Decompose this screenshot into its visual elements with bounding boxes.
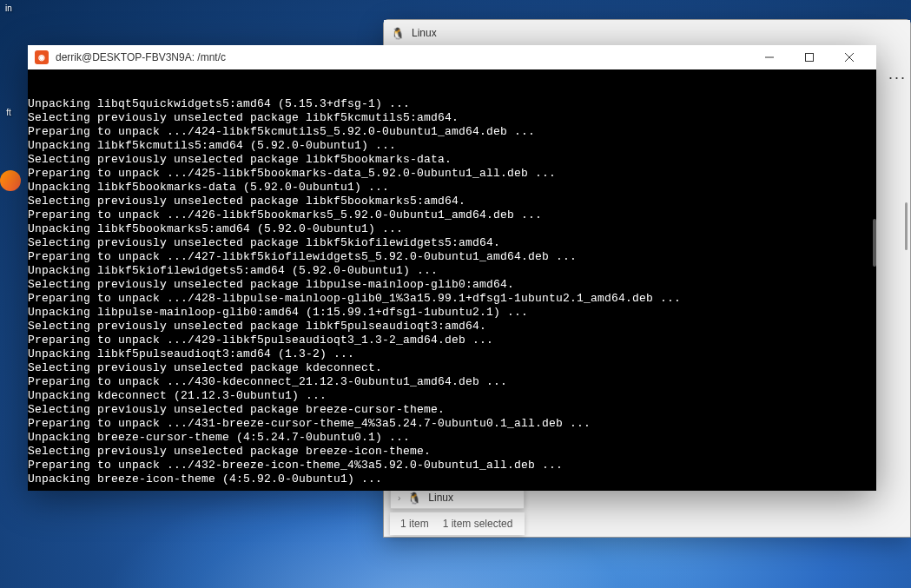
- terminal-output-line: Unpacking libkf5pulseaudioqt3:amd64 (1.3…: [28, 347, 876, 361]
- recycle-bin-label: in: [5, 3, 12, 13]
- desktop-icon-shortcut[interactable]: ft: [0, 108, 17, 117]
- terminal-output-line: Selecting previously unselected package …: [28, 403, 876, 417]
- status-selected-count: 1 item selected: [443, 518, 513, 530]
- linux-penguin-icon: 🐧: [407, 491, 421, 505]
- terminal-output-line: Selecting previously unselected package …: [28, 278, 876, 292]
- terminal-output-line: Selecting previously unselected package …: [28, 361, 876, 375]
- explorer-statusbar: 1 item 1 item selected: [390, 512, 525, 535]
- terminal-body[interactable]: Unpacking libqt5quickwidgets5:amd64 (5.1…: [28, 69, 876, 491]
- terminal-output-line: Preparing to unpack .../427-libkf5kiofil…: [28, 250, 876, 264]
- maximize-icon: [805, 53, 814, 62]
- terminal-title-text: derrik@DESKTOP-FBV3N9A: /mnt/c: [56, 51, 749, 63]
- terminal-output-line: Preparing to unpack .../430-kdeconnect_2…: [28, 375, 876, 389]
- terminal-output-line: Selecting previously unselected package …: [28, 445, 876, 459]
- terminal-output-line: Preparing to unpack .../431-breeze-curso…: [28, 417, 876, 431]
- terminal-output-line: Unpacking libkf5bookmarks5:amd64 (5.92.0…: [28, 222, 876, 236]
- shortcut-label: ft: [6, 108, 11, 117]
- terminal-output-line: Unpacking breeze-cursor-theme (4:5.24.7-…: [28, 431, 876, 445]
- explorer-more-menu[interactable]: ···: [888, 69, 907, 87]
- explorer-title-text: Linux: [412, 27, 437, 39]
- desktop-icon-recycle-bin[interactable]: in: [0, 3, 17, 13]
- terminal-output-line: Selecting previously unselected package …: [28, 111, 876, 125]
- close-button[interactable]: [829, 45, 869, 69]
- desktop-icon-firefox[interactable]: [0, 170, 17, 194]
- terminal-output-line: Unpacking libkf5kiofilewidgets5:amd64 (5…: [28, 264, 876, 278]
- chevron-right-icon: ›: [398, 493, 400, 503]
- svg-rect-1: [806, 54, 814, 62]
- terminal-output-line: Unpacking kdeconnect (21.12.3-0ubuntu1) …: [28, 389, 876, 403]
- minimize-icon: [765, 53, 774, 62]
- linux-penguin-icon: 🐧: [391, 26, 405, 40]
- explorer-titlebar[interactable]: 🐧 Linux: [384, 20, 910, 46]
- firefox-icon: [0, 170, 21, 191]
- terminal-titlebar[interactable]: ◉ derrik@DESKTOP-FBV3N9A: /mnt/c: [28, 45, 876, 69]
- terminal-output-line: Preparing to unpack .../432-breeze-icon-…: [28, 459, 876, 472]
- terminal-output-line: Preparing to unpack .../429-libkf5pulsea…: [28, 334, 876, 347]
- terminal-output-line: Unpacking libkf5kcmutils5:amd64 (5.92.0-…: [28, 139, 876, 153]
- terminal-output-line: Selecting previously unselected package …: [28, 236, 876, 250]
- terminal-output-line: Unpacking libkf5bookmarks-data (5.92.0-0…: [28, 181, 876, 195]
- maximize-button[interactable]: [789, 45, 829, 69]
- terminal-output-line: Selecting previously unselected package …: [28, 195, 876, 208]
- breadcrumb-item[interactable]: Linux: [428, 492, 453, 504]
- terminal-window[interactable]: ◉ derrik@DESKTOP-FBV3N9A: /mnt/c Unpacki…: [28, 45, 876, 491]
- terminal-output-line: Preparing to unpack .../426-libkf5bookma…: [28, 208, 876, 222]
- terminal-output-line: Preparing to unpack .../424-libkf5kcmuti…: [28, 125, 876, 139]
- terminal-output-line: Selecting previously unselected package …: [28, 320, 876, 334]
- terminal-output-line: Preparing to unpack .../425-libkf5bookma…: [28, 167, 876, 181]
- terminal-output-line: Unpacking libqt5quickwidgets5:amd64 (5.1…: [28, 97, 876, 111]
- minimize-button[interactable]: [749, 45, 789, 69]
- status-item-count: 1 item: [400, 518, 429, 530]
- terminal-output-line: Unpacking libpulse-mainloop-glib0:amd64 …: [28, 306, 876, 320]
- ubuntu-icon: ◉: [35, 50, 49, 64]
- terminal-output-line: Unpacking breeze-icon-theme (4:5.92.0-0u…: [28, 472, 876, 486]
- terminal-output-line: Preparing to unpack .../428-libpulse-mai…: [28, 292, 876, 306]
- window-controls: [749, 45, 869, 69]
- terminal-scrollbar[interactable]: [873, 219, 876, 267]
- close-icon: [845, 53, 854, 62]
- explorer-scrollbar[interactable]: [905, 202, 908, 250]
- terminal-output-line: Selecting previously unselected package …: [28, 153, 876, 167]
